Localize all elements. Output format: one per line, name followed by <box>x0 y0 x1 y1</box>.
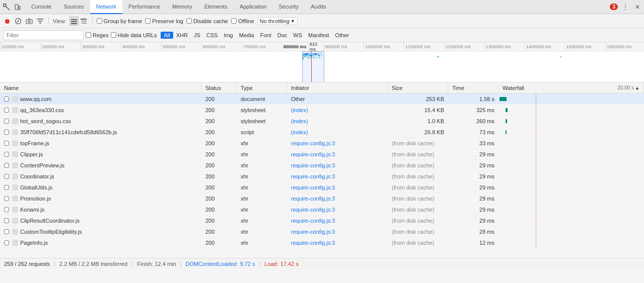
tree-view-icon[interactable] <box>79 17 88 26</box>
filter-type-other[interactable]: Other <box>332 32 352 39</box>
initiator-link[interactable]: require-config.js:3 <box>291 184 335 191</box>
initiator-link[interactable]: (index) <box>291 118 308 124</box>
group-by-frame-label[interactable]: Group by frame <box>97 18 142 24</box>
file-icon <box>12 96 18 102</box>
table-row[interactable]: Coordinator.js200xhrrequire-config.js:3(… <box>0 171 644 182</box>
inspect-icon[interactable] <box>2 3 11 12</box>
table-row[interactable]: Promotion.js200xhrrequire-config.js:3(fr… <box>0 193 644 204</box>
filter-type-css[interactable]: CSS <box>203 32 221 39</box>
filter-type-img[interactable]: Img <box>221 32 236 39</box>
tab-performance[interactable]: Performance <box>122 0 166 14</box>
row-checkbox[interactable] <box>4 229 9 234</box>
tab-network[interactable]: Network <box>90 0 122 14</box>
filter-type-xhr[interactable]: XHR <box>173 32 191 39</box>
filter-type-ws[interactable]: WS <box>290 32 305 39</box>
tab-sources[interactable]: Sources <box>57 0 90 14</box>
initiator-link[interactable]: require-config.js:3 <box>291 229 335 235</box>
initiator-link[interactable]: require-config.js:3 <box>291 196 335 202</box>
filter-type-all[interactable]: All <box>161 32 173 39</box>
filter-type-font[interactable]: Font <box>257 32 274 39</box>
table-row[interactable]: qq_363ea330.css200stylesheet(index)15.4 … <box>0 105 644 116</box>
clear-icon[interactable] <box>14 17 22 25</box>
record-stop-icon[interactable]: ⏺ <box>3 17 11 25</box>
table-row[interactable]: GlobalUtils.js200xhrrequire-config.js:3(… <box>0 182 644 193</box>
table-row[interactable]: www.qq.com200documentOther253 KB1.58 s <box>0 93 644 105</box>
row-checkbox[interactable] <box>4 185 9 190</box>
cell-type: xhr <box>237 237 287 248</box>
initiator-link[interactable]: require-config.js:3 <box>291 140 335 146</box>
table-row[interactable]: topFrame.js200xhrrequire-config.js:3(fro… <box>0 138 644 149</box>
initiator-link[interactable]: require-config.js:3 <box>291 218 335 224</box>
th-time[interactable]: Time <box>448 82 498 93</box>
table-row[interactable]: 35ff706fd57d11c141cdefcd58d6562b.js200sc… <box>0 127 644 138</box>
filter-input[interactable] <box>3 30 84 40</box>
tab-audits[interactable]: Audits <box>305 0 332 14</box>
table-row[interactable]: ClipResultCoordinator.js200xhrrequire-co… <box>0 215 644 226</box>
list-view-icon[interactable] <box>69 17 79 26</box>
row-checkbox[interactable] <box>4 119 9 124</box>
th-size[interactable]: Size <box>388 82 448 93</box>
initiator-link[interactable]: (index) <box>291 129 308 135</box>
initiator-link[interactable]: require-config.js:3 <box>291 240 335 246</box>
offline-checkbox[interactable] <box>231 18 237 24</box>
close-icon[interactable]: ✕ <box>633 3 642 12</box>
tab-elements[interactable]: Elements <box>198 0 234 14</box>
group-by-frame-checkbox[interactable] <box>97 18 102 24</box>
tab-memory[interactable]: Memory <box>166 0 198 14</box>
table-row[interactable]: hot_word_sogou.css200stylesheet(index)1.… <box>0 116 644 127</box>
disable-cache-label[interactable]: Disable cache <box>186 18 228 24</box>
hide-data-urls-checkbox[interactable] <box>111 32 116 38</box>
th-status[interactable]: Status <box>201 82 237 93</box>
initiator-link[interactable]: require-config.js:3 <box>291 162 335 168</box>
initiator-link[interactable]: require-config.js:3 <box>291 173 335 179</box>
th-initiator[interactable]: Initiator <box>287 82 388 93</box>
filter-type-js[interactable]: JS <box>191 32 203 39</box>
filter-icon[interactable] <box>36 17 44 25</box>
device-toolbar-icon[interactable] <box>13 3 22 12</box>
row-checkbox[interactable] <box>4 108 9 113</box>
row-checkbox[interactable] <box>4 196 9 201</box>
table-rows: www.qq.com200documentOther253 KB1.58 sqq… <box>0 93 644 248</box>
th-waterfall[interactable]: Waterfall 20.00 s ▲ <box>498 82 644 93</box>
timeline-waterfall-preview[interactable] <box>0 51 644 82</box>
th-type[interactable]: Type <box>237 82 287 93</box>
cell-time: 29 ms <box>448 215 498 226</box>
filter-type-doc[interactable]: Doc <box>274 32 291 39</box>
row-checkbox[interactable] <box>4 97 9 102</box>
tab-application[interactable]: Application <box>234 0 273 14</box>
more-tools-icon[interactable]: ⋮ <box>621 3 630 12</box>
table-row[interactable]: CustomTooltipEligibility.js200xhrrequire… <box>0 226 644 237</box>
tab-console[interactable]: Console <box>25 0 57 14</box>
network-table-area[interactable]: Name Status Type Initiator Size Time Wat… <box>0 82 644 258</box>
th-name[interactable]: Name <box>0 82 201 93</box>
filter-type-manifest[interactable]: Manifest <box>305 32 332 39</box>
svg-point-6 <box>28 21 30 23</box>
row-checkbox[interactable] <box>4 163 9 168</box>
tab-security[interactable]: Security <box>272 0 305 14</box>
filter-type-media[interactable]: Media <box>236 32 257 39</box>
row-checkbox[interactable] <box>4 218 9 223</box>
initiator-link[interactable]: require-config.js:3 <box>291 151 335 157</box>
hide-data-urls-label[interactable]: Hide data URLs <box>111 32 157 38</box>
initiator-link[interactable]: (index) <box>291 107 308 113</box>
row-checkbox[interactable] <box>4 240 9 245</box>
table-row[interactable]: PageInfo.js200xhrrequire-config.js:3(fro… <box>0 237 644 248</box>
throttling-select[interactable]: No throttling ▼ <box>257 17 298 25</box>
initiator-link[interactable]: require-config.js:3 <box>291 207 335 213</box>
table-row[interactable]: Clipper.js200xhrrequire-config.js:3(from… <box>0 149 644 160</box>
offline-label[interactable]: Offline <box>231 18 254 24</box>
row-checkbox[interactable] <box>4 174 9 179</box>
tick-13: 1300000 ms <box>484 42 525 51</box>
row-checkbox[interactable] <box>4 141 9 146</box>
row-checkbox[interactable] <box>4 207 9 212</box>
disable-cache-checkbox[interactable] <box>186 18 192 24</box>
table-row[interactable]: Konami.js200xhrrequire-config.js:3(from … <box>0 204 644 215</box>
preserve-log-label[interactable]: Preserve log <box>145 18 183 24</box>
camera-icon[interactable] <box>25 17 33 25</box>
regex-checkbox[interactable] <box>86 32 91 38</box>
row-checkbox[interactable] <box>4 152 9 157</box>
preserve-log-checkbox[interactable] <box>145 18 151 24</box>
row-checkbox[interactable] <box>4 130 9 135</box>
table-row[interactable]: ContentPreview.js200xhrrequire-config.js… <box>0 160 644 171</box>
regex-label[interactable]: Regex <box>86 32 109 38</box>
